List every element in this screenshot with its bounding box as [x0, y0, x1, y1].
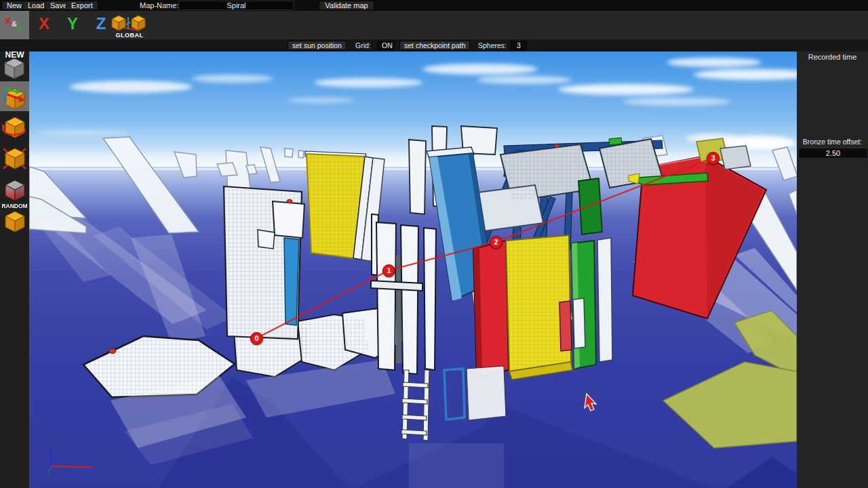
axis-y-button[interactable]: Y [62, 14, 83, 33]
map-name-input[interactable]: Spiral [178, 1, 294, 10]
axis-z-button[interactable]: Z [91, 14, 111, 33]
sidebar-item-move-tool[interactable] [0, 81, 29, 111]
xy-icon-y: Y [16, 20, 24, 33]
set-sun-position-button[interactable]: set sun position [288, 41, 347, 50]
axis-toolbar: X & Y X Y Z GLOBAL [0, 11, 868, 39]
rotate-tool-icon [0, 112, 29, 142]
global-label: GLOBAL [109, 32, 150, 39]
new-block-label: NEW [0, 50, 29, 60]
delete-block-icon [0, 174, 29, 204]
sidebar-item-rotate-tool[interactable] [0, 112, 29, 142]
validate-map-button[interactable]: Validate map [319, 1, 374, 10]
map-name-label: Map-Name: [140, 1, 178, 9]
random-block-label: RANDOM [0, 203, 29, 209]
checkpoint-marker-0[interactable]: 0 [250, 332, 263, 345]
recorded-time-label: Recorded time [797, 53, 868, 61]
set-checkpoint-path-button[interactable]: set checkpoint path [399, 41, 470, 50]
scale-tool-icon [0, 142, 29, 171]
sidebar-item-scale-tool[interactable] [0, 142, 29, 171]
axis-x-button[interactable]: X [34, 14, 54, 33]
options-bar: set sun position Grid: ON set checkpoint… [0, 39, 868, 52]
spheres-label: Spheres: [478, 41, 507, 49]
grid-label: Grid: [355, 41, 371, 49]
move-tool-icon [0, 81, 29, 111]
spheres-value-field[interactable]: 3 [511, 41, 527, 50]
sidebar-item-new-block[interactable]: NEW [0, 52, 29, 81]
grid-toggle-button[interactable]: ON [377, 41, 395, 50]
3d-viewport[interactable] [29, 52, 797, 488]
map-editor-window: New Load Save Export Map-Name: Spiral Va… [0, 0, 868, 488]
checkpoint-marker-3[interactable]: 3 [707, 152, 719, 165]
sidebar-item-random-block[interactable]: RANDOM [0, 204, 29, 234]
bronze-time-offset-field[interactable]: 2.50 [798, 148, 868, 159]
menu-bar: New Load Save Export Map-Name: Spiral Va… [0, 0, 868, 11]
global-mode-button[interactable]: GLOBAL [109, 12, 150, 39]
sidebar-item-delete-block[interactable] [0, 174, 29, 204]
tool-sidebar: NEW [0, 52, 29, 488]
global-cubes-icon [109, 12, 150, 33]
bronze-time-offset-label: Bronze time offset: [797, 138, 868, 146]
export-button[interactable]: Export [66, 1, 98, 10]
xy-plane-button[interactable]: X & Y [0, 11, 29, 39]
checkpoint-marker-2[interactable]: 2 [490, 236, 502, 249]
checkpoint-marker-1[interactable]: 1 [382, 264, 395, 277]
time-panel: Recorded time Bronze time offset: 2.50 [797, 52, 868, 488]
